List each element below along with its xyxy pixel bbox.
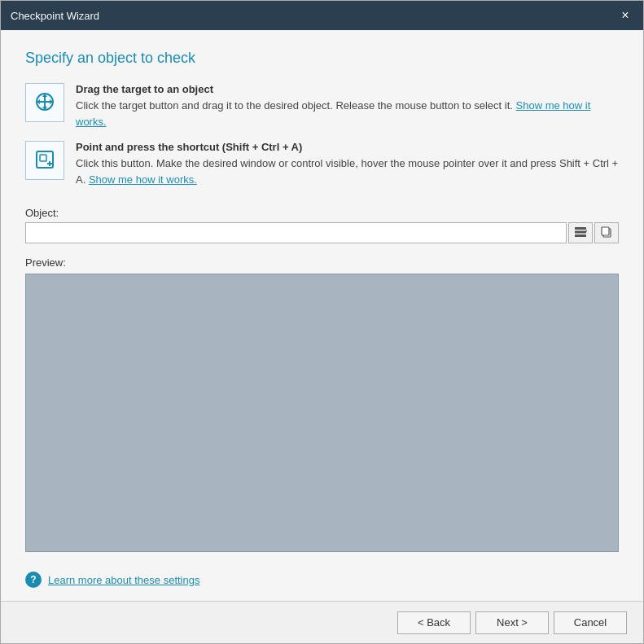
cancel-button[interactable]: Cancel [554, 611, 627, 634]
shortcut-instruction-row: Point and press the shortcut (Shift + Ct… [25, 141, 619, 187]
title-bar: Checkpoint Wizard × [1, 1, 643, 30]
copy-icon [601, 226, 612, 240]
learn-more-link[interactable]: Learn more about these settings [48, 574, 199, 586]
shortcut-instruction-text: Point and press the shortcut (Shift + Ct… [76, 141, 619, 187]
drag-icon [33, 90, 56, 116]
preview-label: Preview: [25, 256, 619, 269]
bottom-bar: < Back Next > Cancel [1, 601, 643, 643]
page-title: Specify an object to check [25, 50, 619, 67]
drag-instruction-desc: Click the target button and drag it to t… [76, 98, 619, 129]
drag-instruction-text: Drag the target to an object Click the t… [76, 83, 619, 129]
drag-icon-box[interactable] [25, 83, 64, 122]
back-button[interactable]: < Back [397, 611, 471, 634]
list-icon-button[interactable] [568, 222, 593, 243]
shortcut-instruction-title: Point and press the shortcut (Shift + Ct… [76, 141, 619, 153]
object-input[interactable] [25, 222, 567, 243]
list-icon [574, 226, 587, 240]
object-row [25, 222, 619, 243]
content-area: Specify an object to check Dr [1, 30, 643, 601]
preview-box [25, 274, 619, 552]
svg-rect-8 [40, 155, 46, 161]
drag-instruction-row: Drag the target to an object Click the t… [25, 83, 619, 129]
shortcut-icon-box[interactable] [25, 141, 64, 180]
shortcut-show-link[interactable]: Show me how it works. [89, 173, 197, 186]
svg-rect-15 [602, 227, 609, 235]
learn-more-row: ? Learn more about these settings [25, 565, 619, 588]
help-icon: ? [25, 572, 42, 588]
svg-rect-12 [575, 230, 586, 233]
dialog-title: Checkpoint Wizard [11, 10, 99, 22]
close-button[interactable]: × [617, 7, 633, 24]
drag-instruction-title: Drag the target to an object [76, 83, 619, 95]
object-label: Object: [25, 207, 619, 219]
next-button[interactable]: Next > [475, 611, 549, 634]
shortcut-instruction-desc: Click this button. Make the desired wind… [76, 156, 619, 187]
copy-icon-button[interactable] [594, 222, 619, 243]
shortcut-icon [33, 148, 56, 173]
svg-rect-11 [575, 227, 586, 230]
svg-rect-13 [575, 234, 586, 237]
checkpoint-wizard-dialog: Checkpoint Wizard × Specify an object to… [0, 0, 644, 644]
